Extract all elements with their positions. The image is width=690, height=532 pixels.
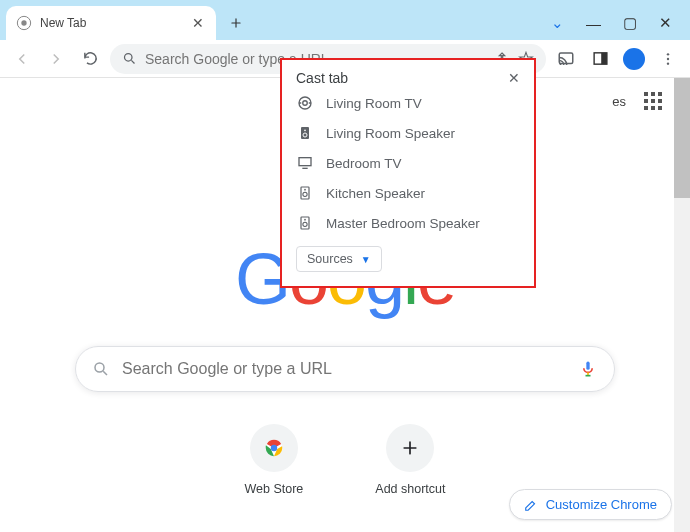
cast-sources-button[interactable]: Sources ▼	[296, 246, 382, 272]
side-panel-icon[interactable]	[586, 45, 614, 73]
reload-button[interactable]	[76, 45, 104, 73]
menu-button[interactable]	[654, 45, 682, 73]
svg-point-24	[304, 219, 306, 221]
svg-point-8	[667, 62, 669, 64]
search-box[interactable]	[75, 346, 615, 392]
profile-button[interactable]	[620, 45, 648, 73]
cast-device[interactable]: Kitchen Speaker	[296, 184, 520, 202]
window-controls: ⌄ — ▢ ✕	[551, 14, 690, 40]
tv-icon	[296, 154, 314, 172]
forward-button[interactable]	[42, 45, 70, 73]
dropdown-triangle-icon: ▼	[361, 254, 371, 265]
svg-point-2	[125, 54, 133, 62]
cast-toolbar-icon[interactable]	[552, 45, 580, 73]
svg-rect-18	[299, 158, 311, 166]
search-icon	[92, 360, 110, 378]
dropdown-caret-icon[interactable]: ⌄	[551, 14, 564, 32]
speaker-icon	[296, 124, 314, 142]
svg-point-9	[95, 363, 104, 372]
cast-device-list: Living Room TV Living Room Speaker Bedro…	[296, 94, 520, 232]
search-icon	[122, 51, 137, 66]
top-right-links: es	[612, 92, 662, 110]
back-button[interactable]	[8, 45, 36, 73]
shortcut-web-store[interactable]: Web Store	[244, 424, 303, 496]
shortcut-add[interactable]: Add shortcut	[375, 424, 445, 496]
cast-popup: Cast tab ✕ Living Room TV Living Room Sp…	[280, 58, 536, 288]
speaker-box-icon	[296, 184, 314, 202]
svg-point-1	[21, 20, 26, 25]
cast-device[interactable]: Master Bedroom Speaker	[296, 214, 520, 232]
svg-point-23	[303, 222, 307, 226]
cast-device[interactable]: Living Room Speaker	[296, 124, 520, 142]
svg-point-21	[304, 189, 306, 191]
browser-tab[interactable]: New Tab ✕	[6, 6, 216, 40]
webstore-icon	[263, 437, 285, 459]
customize-chrome-button[interactable]: Customize Chrome	[509, 489, 672, 520]
pencil-icon	[524, 498, 538, 512]
apps-grid-icon[interactable]	[644, 92, 662, 110]
tab-close-icon[interactable]: ✕	[192, 15, 204, 31]
svg-point-12	[271, 445, 277, 451]
svg-point-20	[303, 192, 307, 196]
svg-rect-5	[601, 53, 607, 64]
plus-icon	[400, 438, 420, 458]
cast-close-icon[interactable]: ✕	[508, 70, 520, 86]
cast-device[interactable]: Living Room TV	[296, 94, 520, 112]
avatar-icon	[623, 48, 645, 70]
tab-title: New Tab	[40, 16, 192, 30]
close-window-button[interactable]: ✕	[659, 14, 672, 32]
svg-point-14	[303, 101, 308, 106]
speaker-box-icon	[296, 214, 314, 232]
chrome-favicon	[16, 15, 32, 31]
minimize-button[interactable]: —	[586, 15, 601, 32]
title-bar: New Tab ✕ ⌄ — ▢ ✕	[0, 0, 690, 40]
new-tab-button[interactable]	[222, 9, 250, 37]
shortcut-label: Web Store	[244, 482, 303, 496]
svg-point-7	[667, 57, 669, 59]
cast-device[interactable]: Bedroom TV	[296, 154, 520, 172]
search-input[interactable]	[122, 360, 566, 378]
chromecast-icon	[296, 94, 314, 112]
scrollbar[interactable]	[674, 78, 690, 532]
voice-search-icon[interactable]	[578, 359, 598, 379]
svg-point-6	[667, 53, 669, 55]
svg-point-16	[304, 129, 306, 131]
cast-popup-title: Cast tab	[296, 70, 348, 86]
shortcuts-row: Web Store Add shortcut	[0, 424, 690, 496]
images-link-fragment[interactable]: es	[612, 94, 626, 109]
shortcut-label: Add shortcut	[375, 482, 445, 496]
svg-rect-10	[586, 362, 589, 370]
plus-icon	[229, 16, 243, 30]
scrollbar-thumb[interactable]	[674, 78, 690, 198]
maximize-button[interactable]: ▢	[623, 14, 637, 32]
